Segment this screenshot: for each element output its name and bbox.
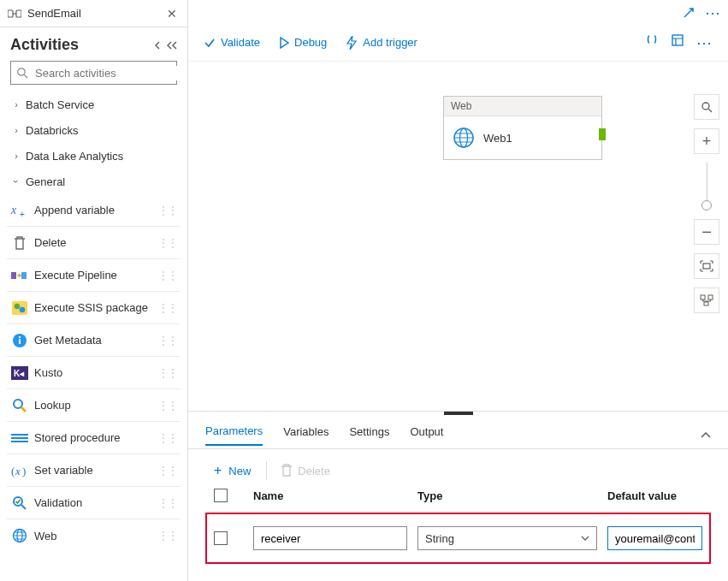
globe-icon	[10, 526, 29, 545]
svg-point-9	[20, 306, 26, 312]
col-type: Type	[417, 489, 597, 502]
trash-icon	[281, 464, 293, 477]
svg-rect-7	[12, 301, 27, 315]
activity-lookup[interactable]: Lookup⋮⋮	[7, 389, 181, 422]
node-type-label: Web	[444, 97, 601, 116]
svg-rect-25	[672, 35, 683, 45]
svg-point-15	[14, 400, 22, 408]
fit-icon[interactable]	[694, 253, 719, 279]
zoom-search-icon[interactable]	[694, 94, 719, 120]
globe-icon	[453, 127, 475, 149]
chevron-down-icon	[581, 536, 589, 541]
tree-group-datalake[interactable]: ›Data Lake Analytics	[7, 143, 181, 169]
layout-icon[interactable]	[694, 288, 719, 313]
param-default-input[interactable]	[607, 526, 702, 550]
node-name: Web1	[483, 132, 512, 145]
svg-point-8	[15, 303, 21, 309]
collapse-panel-double-icon[interactable]	[167, 41, 177, 50]
lookup-icon	[10, 396, 29, 415]
collapse-panel-icon[interactable]	[153, 41, 162, 50]
debug-button[interactable]: Debug	[279, 36, 327, 49]
activity-web[interactable]: Web⋮⋮	[7, 519, 181, 552]
play-icon	[279, 37, 289, 49]
new-parameter-button[interactable]: +New	[214, 463, 251, 478]
panel-collapse-icon[interactable]	[701, 432, 711, 439]
svg-rect-0	[8, 10, 13, 17]
svg-point-2	[18, 68, 25, 75]
select-all-checkbox[interactable]	[214, 489, 228, 502]
overflow-icon[interactable]: ⋯	[696, 33, 713, 52]
tree-group-batch-service[interactable]: ›Batch Service	[7, 92, 181, 117]
search-activities-input[interactable]	[10, 61, 177, 85]
svg-text:): )	[22, 465, 26, 477]
main-area: ⋯ Validate Debug Add trigger ⋯	[188, 0, 728, 581]
svg-rect-6	[21, 272, 27, 279]
activity-append-variable[interactable]: x+ Append variable⋮⋮	[7, 194, 181, 227]
svg-rect-17	[11, 437, 28, 439]
col-name: Name	[253, 489, 407, 502]
activity-validation[interactable]: Validation⋮⋮	[7, 487, 181, 519]
add-trigger-button[interactable]: Add trigger	[346, 36, 417, 50]
code-view-icon[interactable]	[645, 33, 659, 52]
trigger-icon	[346, 36, 358, 50]
activity-execute-ssis[interactable]: Execute SSIS package⋮⋮	[7, 292, 181, 324]
svg-rect-29	[703, 264, 710, 269]
close-tab-icon[interactable]: ✕	[163, 7, 181, 21]
pipeline-tab[interactable]: SendEmail ✕	[0, 0, 187, 27]
svg-rect-30	[701, 295, 705, 299]
param-type-select[interactable]: String	[417, 526, 597, 550]
svg-text:K◂: K◂	[14, 369, 25, 378]
more-icon[interactable]: ⋯	[705, 3, 721, 22]
properties-panel: Parameters Variables Settings Output +Ne…	[188, 411, 728, 581]
tab-output[interactable]: Output	[410, 425, 443, 445]
svg-rect-32	[704, 302, 708, 305]
tree-group-general[interactable]: ›General	[7, 169, 181, 194]
activity-delete[interactable]: Delete⋮⋮	[7, 227, 181, 259]
activity-stored-procedure[interactable]: Stored procedure⋮⋮	[7, 422, 181, 454]
zoom-out-icon[interactable]: −	[694, 219, 719, 245]
activity-execute-pipeline[interactable]: Execute Pipeline⋮⋮	[7, 259, 181, 292]
expand-icon[interactable]	[683, 7, 695, 19]
zoom-in-icon[interactable]: +	[694, 128, 719, 154]
col-default: Default value	[607, 489, 702, 502]
pipeline-run-icon	[10, 266, 29, 285]
set-variable-icon: (x)	[10, 461, 29, 480]
param-name-input[interactable]	[253, 526, 407, 550]
canvas-node-web1[interactable]: Web Web1	[443, 96, 602, 160]
info-icon	[10, 331, 29, 350]
plus-icon: +	[214, 463, 222, 478]
panel-resize-handle[interactable]	[444, 412, 473, 415]
search-icon	[16, 67, 28, 79]
svg-rect-31	[708, 295, 713, 299]
validate-button[interactable]: Validate	[204, 36, 260, 49]
svg-rect-1	[16, 10, 21, 17]
design-canvas[interactable]: Web Web1 + −	[188, 62, 728, 411]
svg-rect-12	[19, 336, 21, 338]
activity-kusto[interactable]: K◂ Kusto⋮⋮	[7, 357, 181, 389]
append-variable-icon: x+	[10, 201, 29, 220]
kusto-icon: K◂	[10, 364, 29, 382]
zoom-slider[interactable]	[707, 163, 707, 210]
svg-rect-5	[11, 272, 16, 279]
node-output-handle[interactable]	[599, 128, 606, 140]
tab-variables[interactable]: Variables	[283, 425, 328, 445]
activities-heading: Activities	[10, 36, 148, 54]
pipeline-tab-title: SendEmail	[27, 7, 163, 20]
svg-text:(: (	[11, 465, 15, 477]
svg-rect-16	[11, 434, 28, 436]
search-activities-field[interactable]	[33, 66, 181, 80]
grip-icon: ⋮⋮	[158, 205, 181, 216]
ssis-icon	[10, 299, 29, 317]
row-checkbox[interactable]	[214, 531, 228, 545]
tab-settings[interactable]: Settings	[349, 425, 389, 445]
svg-point-28	[702, 103, 709, 110]
svg-rect-18	[11, 441, 28, 442]
activity-get-metadata[interactable]: Get Metadata⋮⋮	[7, 324, 181, 357]
stored-proc-icon	[10, 429, 29, 448]
svg-text:+: +	[20, 210, 25, 218]
activities-sidebar: SendEmail ✕ Activities ›Batch Service ›D…	[0, 0, 188, 581]
tree-group-databricks[interactable]: ›Databricks	[7, 117, 181, 143]
activity-set-variable[interactable]: (x) Set variable⋮⋮	[7, 454, 181, 487]
properties-icon[interactable]	[671, 33, 684, 52]
tab-parameters[interactable]: Parameters	[205, 424, 263, 446]
